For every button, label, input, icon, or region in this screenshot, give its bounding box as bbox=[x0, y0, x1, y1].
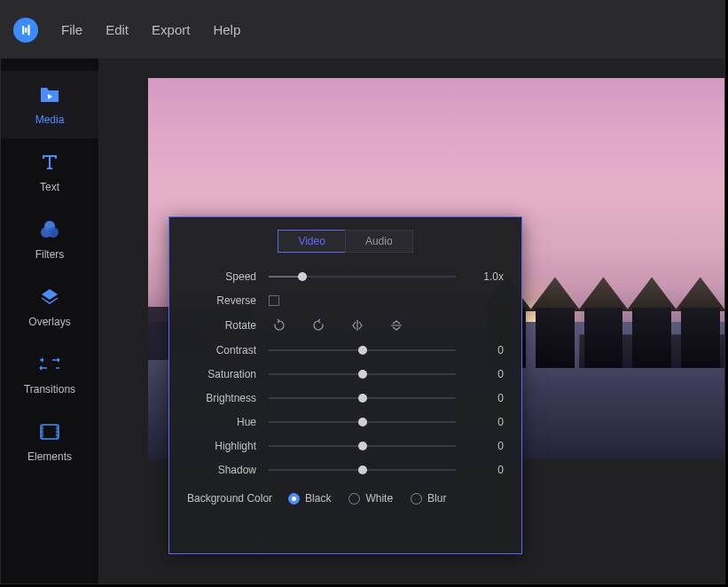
svg-rect-2 bbox=[27, 25, 29, 35]
flip-vertical-button[interactable] bbox=[389, 318, 403, 333]
slider-label: Shadow bbox=[187, 464, 256, 476]
speed-label: Speed bbox=[187, 270, 256, 283]
slider-value: 0 bbox=[468, 368, 504, 380]
sidebar-item-label: Text bbox=[40, 181, 59, 193]
bgcolor-radio-white[interactable]: White bbox=[348, 492, 393, 505]
slider-value: 0 bbox=[468, 344, 504, 356]
sidebar-item-media[interactable]: Media bbox=[1, 71, 98, 138]
app-logo-icon bbox=[20, 24, 32, 36]
contrast-row: Contrast0 bbox=[187, 344, 504, 356]
contrast-slider[interactable] bbox=[269, 344, 456, 356]
rotate-buttons bbox=[269, 318, 504, 333]
highlight-slider[interactable] bbox=[269, 440, 456, 452]
slider-label: Saturation bbox=[187, 368, 256, 380]
sidebar-item-label: Elements bbox=[27, 450, 72, 463]
sidebar-item-filters[interactable]: Filters bbox=[1, 206, 98, 273]
folder-play-icon bbox=[39, 83, 60, 106]
flip-horizontal-button[interactable] bbox=[350, 318, 364, 333]
background-color-row: Background Color Black White Blur bbox=[187, 492, 504, 505]
bgcolor-radio-blur[interactable]: Blur bbox=[411, 492, 446, 505]
inspector-tabs: Video Audio bbox=[187, 230, 504, 253]
sidebar-item-transitions[interactable]: Transitions bbox=[1, 340, 98, 408]
arrows-icon bbox=[38, 353, 61, 376]
slider-value: 0 bbox=[468, 464, 504, 476]
speed-slider[interactable] bbox=[269, 270, 456, 283]
slider-label: Highlight bbox=[187, 440, 256, 452]
menu-edit[interactable]: Edit bbox=[106, 22, 129, 37]
menu-export[interactable]: Export bbox=[152, 22, 190, 37]
flip-horizontal-icon bbox=[351, 319, 364, 332]
speed-value: 1.0x bbox=[468, 270, 504, 283]
background-color-radios: Black White Blur bbox=[288, 492, 446, 505]
reverse-label: Reverse bbox=[187, 294, 256, 307]
svg-rect-0 bbox=[22, 26, 24, 35]
film-icon bbox=[40, 420, 59, 443]
slider-label: Hue bbox=[187, 416, 256, 428]
svg-point-5 bbox=[48, 227, 59, 238]
diamond-icon bbox=[39, 286, 60, 309]
app-logo[interactable] bbox=[13, 18, 38, 43]
tab-video[interactable]: Video bbox=[278, 230, 344, 253]
shadow-slider[interactable] bbox=[269, 464, 456, 476]
sidebar-item-label: Transitions bbox=[24, 383, 75, 395]
reverse-row: Reverse bbox=[187, 294, 504, 307]
circles-icon bbox=[39, 218, 60, 241]
sidebar: Media Text Filters Overlays bbox=[1, 59, 98, 583]
slider-label: Contrast bbox=[187, 344, 256, 356]
radio-label: White bbox=[365, 492, 393, 505]
radio-circle-icon bbox=[348, 493, 360, 505]
radio-label: Black bbox=[305, 492, 331, 505]
reverse-checkbox[interactable] bbox=[269, 295, 279, 306]
sidebar-item-elements[interactable]: Elements bbox=[1, 408, 98, 475]
rotate-label: Rotate bbox=[187, 319, 256, 332]
radio-circle-icon bbox=[288, 493, 300, 505]
shadow-row: Shadow0 bbox=[187, 464, 504, 476]
saturation-slider[interactable] bbox=[269, 368, 456, 380]
svg-rect-1 bbox=[25, 27, 27, 33]
slider-label: Brightness bbox=[187, 392, 256, 404]
menu-help[interactable]: Help bbox=[213, 22, 240, 37]
sidebar-item-label: Overlays bbox=[28, 316, 70, 328]
brightness-row: Brightness0 bbox=[187, 392, 504, 404]
background-color-label: Background Color bbox=[187, 492, 272, 505]
rotate-row: Rotate bbox=[187, 318, 504, 333]
sidebar-item-label: Media bbox=[35, 113, 65, 126]
rotate-ccw-icon bbox=[273, 319, 286, 332]
menubar: File Edit Export Help bbox=[1, 1, 724, 59]
menu-file[interactable]: File bbox=[61, 22, 82, 37]
speed-row: Speed 1.0x bbox=[187, 270, 504, 283]
tab-audio[interactable]: Audio bbox=[345, 230, 413, 253]
rotate-cw-icon bbox=[312, 319, 325, 332]
sidebar-item-label: Filters bbox=[35, 248, 65, 261]
hue-slider[interactable] bbox=[269, 416, 456, 428]
rotate-cw-button[interactable] bbox=[311, 318, 325, 333]
slider-value: 0 bbox=[468, 440, 504, 452]
highlight-row: Highlight0 bbox=[187, 440, 504, 452]
slider-value: 0 bbox=[468, 392, 504, 404]
slider-value: 0 bbox=[468, 416, 504, 428]
brightness-slider[interactable] bbox=[269, 392, 456, 404]
sidebar-item-text[interactable]: Text bbox=[1, 138, 98, 206]
saturation-row: Saturation0 bbox=[187, 368, 504, 380]
hue-row: Hue0 bbox=[187, 416, 504, 428]
flip-vertical-icon bbox=[390, 319, 403, 332]
radio-label: Blur bbox=[427, 492, 446, 505]
bgcolor-radio-black[interactable]: Black bbox=[288, 492, 331, 505]
app-window: File Edit Export Help Media Text bbox=[0, 0, 725, 584]
radio-circle-icon bbox=[411, 493, 422, 505]
inspector-panel: Video Audio Speed 1.0x Reverse Rotate bbox=[168, 216, 522, 554]
text-icon bbox=[40, 151, 59, 174]
sidebar-item-overlays[interactable]: Overlays bbox=[1, 273, 98, 340]
rotate-ccw-button[interactable] bbox=[272, 318, 286, 333]
